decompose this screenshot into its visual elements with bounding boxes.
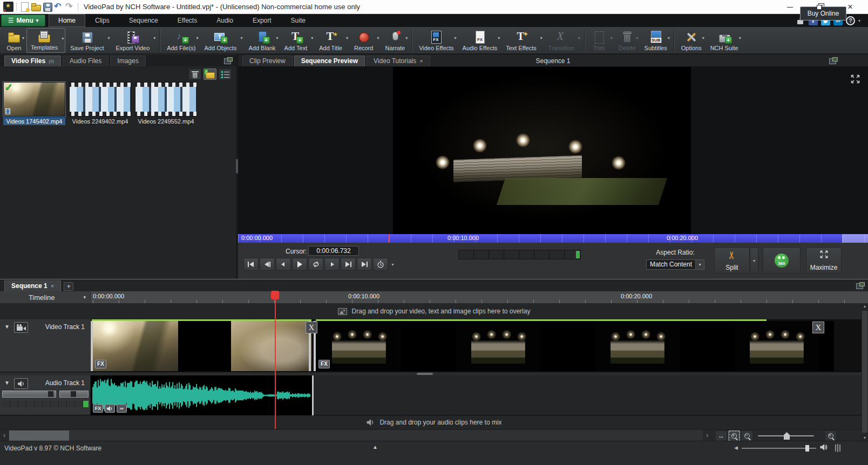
ribbon-tab[interactable]: Audio — [207, 14, 243, 27]
ribbon-tab[interactable]: Export — [243, 14, 281, 27]
speaker-icon[interactable] — [819, 443, 828, 451]
scroll-left-button[interactable] — [0, 430, 9, 442]
clip-trim-handle[interactable] — [312, 375, 314, 415]
video-track-icon-button[interactable] — [14, 322, 28, 333]
tab-sequence-preview[interactable]: Sequence Preview — [294, 56, 365, 66]
toolbar-button[interactable]: ▾ Options — [677, 28, 706, 53]
seek-playhead[interactable] — [388, 234, 389, 243]
dropdown-caret[interactable]: ▾ — [108, 36, 110, 40]
video-clip[interactable] — [316, 321, 834, 371]
ribbon-tab[interactable]: Sequence — [119, 14, 168, 27]
save-project-icon[interactable] — [42, 2, 52, 12]
new-project-icon[interactable] — [19, 2, 30, 12]
toolbar-button[interactable]: ▾ Delete — [615, 28, 640, 53]
dropdown-caret[interactable]: ▾ — [276, 36, 279, 40]
tab-video-tutorials[interactable]: Video Tutorials × — [367, 56, 430, 66]
delete-file-button[interactable] — [188, 69, 201, 80]
ribbon-tab[interactable]: Suite — [281, 14, 315, 27]
audio-clip[interactable]: FX ∞ — [91, 375, 313, 415]
toolbar-button[interactable]: ▾ Trim — [588, 28, 614, 53]
dropdown-caret[interactable]: ▾ — [636, 36, 639, 40]
dropdown-caret[interactable]: ▾ — [346, 36, 348, 40]
clip-link-icon[interactable]: ∞ — [117, 404, 127, 413]
dropdown-caret[interactable]: ▾ — [22, 36, 24, 40]
zoom-out-button[interactable] — [741, 430, 753, 441]
undo-icon[interactable] — [53, 2, 64, 12]
toolbar-button[interactable]: ▾ Audio Effects — [459, 28, 501, 53]
horizontal-scrollbar[interactable] — [9, 430, 703, 442]
dropdown-caret[interactable]: ▾ — [739, 36, 741, 40]
toolbar-button[interactable]: ▾ Add Title — [315, 28, 349, 53]
loop-button[interactable] — [308, 258, 323, 271]
toolbar-button[interactable]: ▾ Templates — [26, 28, 65, 53]
mixer-grip-icon[interactable] — [833, 443, 842, 452]
dropdown-caret[interactable]: ▾ — [578, 36, 580, 40]
fullscreen-icon[interactable] — [850, 74, 860, 84]
zoom-slider-thumb[interactable] — [784, 432, 790, 440]
clip-trim-handle[interactable] — [91, 321, 93, 371]
ribbon-tab[interactable]: Home — [49, 14, 85, 27]
vertical-scrollbar[interactable] — [862, 303, 868, 441]
collapse-track-icon[interactable] — [4, 380, 10, 386]
scroll-up-button[interactable] — [862, 303, 868, 310]
video-clip[interactable] — [231, 321, 311, 371]
split-button[interactable]: ✂ Split — [714, 247, 750, 273]
toolbar-button[interactable]: ▾ Narrate — [381, 28, 409, 53]
timeline-zoom-slider[interactable] — [756, 430, 816, 441]
go-to-end-button[interactable] — [357, 258, 372, 271]
tab-clip-preview[interactable]: Clip Preview — [242, 56, 293, 66]
toolbar-button[interactable]: ▾ Open — [3, 28, 25, 53]
tab-audio-files[interactable]: Audio Files — [63, 56, 109, 66]
dropdown-caret[interactable]: ▾ — [196, 36, 198, 40]
tab-sequence-1[interactable]: Sequence 1 × — [4, 281, 61, 291]
toolbar-button[interactable]: ▾ Export Video — [112, 28, 157, 53]
360-mode-button[interactable]: 360 — [763, 247, 801, 273]
step-back-button[interactable] — [276, 258, 291, 271]
redo-icon[interactable] — [65, 2, 75, 12]
dropdown-caret[interactable]: ▾ — [668, 36, 670, 40]
dropdown-caret[interactable]: ▾ — [153, 36, 155, 40]
master-volume-slider[interactable] — [742, 445, 816, 452]
track-pan-slider[interactable] — [59, 391, 89, 398]
cursor-time-field[interactable]: 0:00:06.732 — [308, 246, 359, 256]
previous-clip-button[interactable] — [260, 258, 275, 271]
dropdown-caret[interactable]: ▾ — [611, 36, 613, 40]
toolbar-button[interactable]: ▾ Record — [350, 28, 380, 53]
help-icon[interactable]: ? — [846, 16, 855, 25]
video-clip-dark-frames[interactable] — [178, 321, 231, 371]
minimize-button[interactable] — [782, 1, 798, 13]
transition-icon[interactable]: X — [812, 322, 824, 333]
toolbar-button[interactable]: ▾ Transition — [545, 28, 581, 53]
scroll-right-button[interactable] — [703, 430, 711, 442]
timeline-playhead[interactable] — [275, 291, 276, 429]
ribbon-tab[interactable]: Effects — [168, 14, 207, 27]
dropdown-caret[interactable]: ▾ — [702, 36, 704, 40]
clip-volume-icon[interactable] — [105, 404, 115, 413]
toolbar-button[interactable]: ▾ Add File(s) — [163, 28, 199, 53]
play-button[interactable] — [292, 258, 307, 271]
clip-fx-badge[interactable]: FX — [95, 360, 106, 368]
aspect-ratio-select[interactable]: Match Content — [646, 259, 704, 270]
close-tab-icon[interactable]: × — [51, 283, 54, 289]
menu-button[interactable]: Menu — [1, 15, 45, 26]
toolbar-button[interactable]: ▾ NCH Suite — [707, 28, 742, 53]
undock-preview-icon[interactable] — [829, 57, 838, 64]
toolbar-button[interactable]: ▾ Subtitles — [641, 28, 671, 53]
toolbar-button[interactable]: ▾ Add Text — [281, 28, 315, 53]
dropdown-caret[interactable]: ▾ — [455, 36, 457, 40]
split-dropdown-caret[interactable] — [750, 247, 758, 273]
collapse-track-icon[interactable] — [4, 324, 10, 330]
help-dropdown-caret[interactable] — [858, 18, 860, 23]
go-to-start-button[interactable] — [243, 258, 259, 271]
clip-fx-badge[interactable]: FX — [93, 404, 103, 413]
dropdown-caret[interactable]: ▾ — [498, 36, 500, 40]
timer-dropdown-caret[interactable] — [389, 258, 396, 271]
toolbar-button[interactable]: ▾ Save Project — [66, 28, 111, 53]
step-forward-button[interactable] — [324, 258, 340, 271]
timeline-ruler[interactable]: 0:00:00.000 0:00:10.000 0:00:20.000 — [91, 291, 862, 303]
fit-timeline-button[interactable] — [715, 430, 727, 441]
scrollbar-thumb[interactable] — [9, 430, 69, 441]
track-volume-slider[interactable] — [2, 391, 56, 398]
track-resize-handle[interactable] — [417, 373, 433, 375]
close-tab-icon[interactable]: × — [419, 58, 423, 64]
